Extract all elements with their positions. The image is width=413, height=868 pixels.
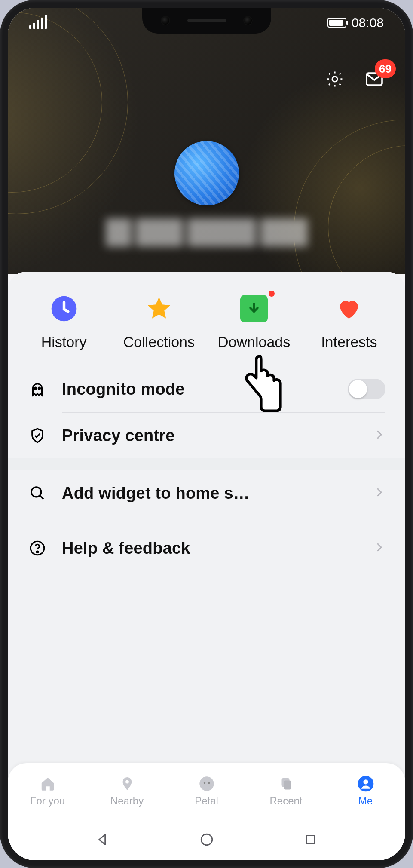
system-nav: [8, 819, 405, 860]
nav-label: Me: [358, 795, 373, 807]
svg-point-0: [332, 77, 337, 82]
svg-rect-13: [284, 781, 291, 790]
quick-actions-row: History Collections Downloads: [8, 272, 405, 366]
svg-point-11: [208, 782, 210, 784]
notification-dot: [269, 291, 275, 297]
clock-icon: [50, 295, 78, 322]
quick-label: Collections: [123, 334, 195, 350]
username-redacted: [95, 218, 318, 247]
pin-icon: [119, 775, 136, 792]
nav-label: Nearby: [110, 795, 144, 807]
screen: 08:08: [8, 8, 405, 860]
help-icon: [28, 538, 47, 558]
nav-label: For you: [30, 795, 65, 807]
system-recent[interactable]: [302, 831, 319, 848]
ghost-icon: [28, 379, 47, 399]
nav-petal[interactable]: Petal: [171, 775, 242, 807]
quick-label: History: [41, 334, 87, 350]
nav-label: Recent: [269, 795, 302, 807]
row-label: Add widget to home s…: [62, 484, 358, 503]
svg-point-4: [38, 387, 40, 389]
avatar[interactable]: [174, 141, 239, 205]
row-label: Privacy centre: [62, 426, 358, 445]
messages-button[interactable]: 69: [363, 68, 385, 90]
quick-collections[interactable]: Collections: [115, 295, 203, 350]
nav-nearby[interactable]: Nearby: [91, 775, 163, 807]
svg-point-16: [201, 834, 212, 845]
nav-label: Petal: [195, 795, 218, 807]
row-label: Help & feedback: [62, 539, 358, 558]
svg-rect-17: [306, 836, 314, 844]
bottom-nav: For you Nearby Petal: [8, 763, 405, 819]
stack-icon: [278, 775, 295, 792]
phone-frame: 08:08: [0, 0, 413, 868]
svg-point-7: [37, 551, 38, 553]
face-icon: [198, 775, 215, 792]
content-sheet: History Collections Downloads: [8, 272, 405, 860]
row-privacy[interactable]: Privacy centre: [8, 413, 405, 458]
svg-point-3: [35, 387, 37, 389]
signal-icon: [29, 17, 47, 29]
notch: [142, 8, 271, 34]
svg-point-8: [125, 780, 129, 784]
quick-label: Interests: [321, 334, 377, 350]
row-incognito[interactable]: Incognito mode: [8, 366, 405, 412]
svg-point-9: [199, 776, 214, 791]
download-icon: [240, 295, 268, 322]
incognito-toggle[interactable]: [348, 379, 385, 399]
quick-history[interactable]: History: [20, 295, 108, 350]
svg-point-15: [363, 779, 368, 784]
system-home[interactable]: [198, 831, 215, 848]
section-gap: [8, 458, 405, 470]
messages-badge: 69: [375, 59, 396, 78]
heart-icon: [335, 295, 363, 322]
star-icon: [145, 295, 173, 322]
battery-icon: [327, 18, 346, 28]
chevron-right-icon: [373, 539, 385, 558]
svg-point-10: [203, 782, 205, 784]
quick-interests[interactable]: Interests: [306, 295, 393, 350]
pointer-hand-icon: [236, 352, 292, 416]
home-icon: [39, 775, 56, 792]
quick-downloads[interactable]: Downloads: [210, 295, 298, 350]
row-help[interactable]: Help & feedback: [8, 525, 405, 571]
profile-header: 69: [8, 8, 405, 274]
settings-list: Incognito mode Privacy centre: [8, 366, 405, 571]
svg-point-5: [31, 487, 41, 497]
shield-icon: [28, 426, 47, 445]
system-back[interactable]: [94, 831, 111, 848]
nav-me[interactable]: Me: [330, 775, 401, 807]
gear-icon[interactable]: [324, 68, 346, 90]
status-time: 08:08: [352, 15, 384, 30]
chevron-right-icon: [373, 426, 385, 445]
row-label: Incognito mode: [62, 380, 333, 399]
quick-label: Downloads: [218, 334, 290, 350]
nav-for-you[interactable]: For you: [12, 775, 83, 807]
search-icon: [28, 483, 47, 503]
person-icon: [357, 775, 374, 792]
chevron-right-icon: [373, 484, 385, 503]
row-add-widget[interactable]: Add widget to home s…: [8, 470, 405, 516]
nav-recent[interactable]: Recent: [250, 775, 322, 807]
